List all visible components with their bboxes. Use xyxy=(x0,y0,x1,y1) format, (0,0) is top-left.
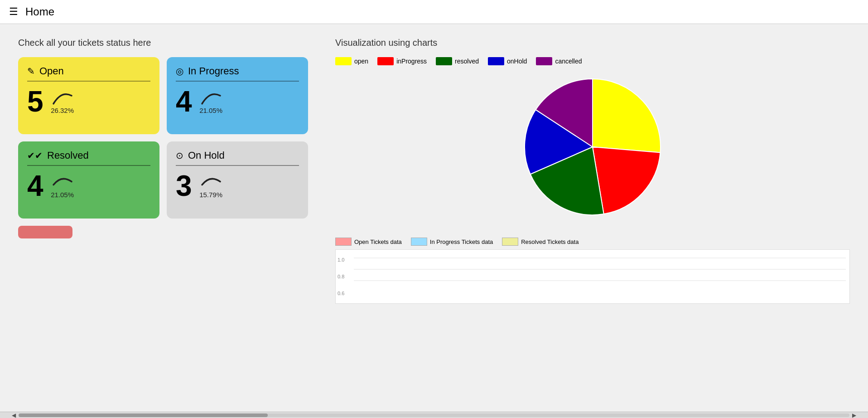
card-icon-resolved: ✔✔ xyxy=(27,150,43,161)
bar-legend-color xyxy=(335,238,352,246)
bar-legend-label: Resolved Tickets data xyxy=(521,238,579,245)
bar-legend-color xyxy=(502,238,518,246)
card-label-resolved: Resolved xyxy=(47,150,89,161)
cards-grid: ✎ Open 5 26.32% ◎ In Progress 4 xyxy=(18,57,308,219)
right-section-title: Visualization using charts xyxy=(335,38,850,48)
card-arc-resolved xyxy=(49,173,76,191)
legend-label-onHold: onHold xyxy=(507,58,527,65)
pie-legend-item-cancelled: cancelled xyxy=(536,57,582,65)
card-body-resolved: 4 21.05% xyxy=(27,171,150,200)
card-icon-inprogress: ◎ xyxy=(176,66,183,77)
pie-chart xyxy=(516,70,670,224)
legend-color-cancelled xyxy=(536,57,552,65)
pie-legend-item-resolved: resolved xyxy=(436,57,479,65)
legend-color-open xyxy=(335,57,352,65)
pink-button[interactable] xyxy=(18,226,72,238)
bar-legend-color xyxy=(411,238,427,246)
left-panel: Check all your tickets status here ✎ Ope… xyxy=(18,38,308,304)
card-divider-inprogress xyxy=(176,81,299,82)
card-percent-resolved: 21.05% xyxy=(51,191,74,199)
card-percent-onhold: 15.79% xyxy=(199,191,222,199)
card-percent-inprogress: 21.05% xyxy=(199,107,222,114)
card-percent-open: 26.32% xyxy=(51,107,74,114)
bar-legend-label: In Progress Tickets data xyxy=(430,238,493,245)
card-count-inprogress: 4 xyxy=(176,87,192,116)
card-header-inprogress: ◎ In Progress xyxy=(176,65,299,77)
card-label-open: Open xyxy=(39,65,64,77)
pie-legend-item-inProgress: inProgress xyxy=(377,57,427,65)
card-resolved[interactable]: ✔✔ Resolved 4 21.05% xyxy=(18,141,159,219)
legend-color-onHold xyxy=(488,57,504,65)
legend-color-resolved xyxy=(436,57,452,65)
card-header-onhold: ⊙ On Hold xyxy=(176,150,299,161)
pie-slice-open xyxy=(593,79,661,152)
bar-legend: Open Tickets data In Progress Tickets da… xyxy=(335,238,850,246)
bar-chart-area: 1.00.80.6 xyxy=(335,249,850,304)
left-section-title: Check all your tickets status here xyxy=(18,38,308,48)
legend-color-inProgress xyxy=(377,57,394,65)
top-bar: ☰ Home xyxy=(0,0,868,24)
y-axis-labels: 1.00.80.6 xyxy=(336,250,346,303)
pink-button-wrap xyxy=(18,226,308,238)
right-panel: Visualization using charts open inProgre… xyxy=(335,38,850,304)
card-percent-wrap-open: 26.32% xyxy=(49,88,76,114)
hamburger-icon[interactable]: ☰ xyxy=(9,6,18,18)
pie-slice-inProgress xyxy=(593,147,660,214)
card-arc-open xyxy=(49,88,76,107)
card-label-onhold: On Hold xyxy=(188,150,225,161)
bar-legend-item-In-Progress-Tickets-data: In Progress Tickets data xyxy=(411,238,493,246)
bar-legend-item-Resolved-Tickets-data: Resolved Tickets data xyxy=(502,238,579,246)
card-percent-wrap-resolved: 21.05% xyxy=(49,173,76,199)
legend-label-resolved: resolved xyxy=(455,58,479,65)
bar-chart-svg xyxy=(354,253,846,290)
card-inprogress[interactable]: ◎ In Progress 4 21.05% xyxy=(167,57,308,134)
legend-label-open: open xyxy=(354,58,368,65)
card-count-resolved: 4 xyxy=(27,171,43,200)
pie-legend-item-open: open xyxy=(335,57,368,65)
card-icon-onhold: ⊙ xyxy=(176,150,183,161)
card-divider-onhold xyxy=(176,165,299,166)
pie-legend: open inProgress resolved onHold cancelle… xyxy=(335,57,850,65)
y-label: 0.8 xyxy=(338,274,344,279)
card-count-onhold: 3 xyxy=(176,171,192,200)
card-open[interactable]: ✎ Open 5 26.32% xyxy=(18,57,159,134)
card-label-inprogress: In Progress xyxy=(188,65,239,77)
card-icon-open: ✎ xyxy=(27,66,35,77)
card-header-resolved: ✔✔ Resolved xyxy=(27,150,150,161)
card-percent-wrap-inprogress: 21.05% xyxy=(198,88,225,114)
card-arc-onhold xyxy=(198,173,225,191)
bar-legend-item-Open-Tickets-data: Open Tickets data xyxy=(335,238,402,246)
card-percent-wrap-onhold: 15.79% xyxy=(198,173,225,199)
card-header-open: ✎ Open xyxy=(27,65,150,77)
card-body-onhold: 3 15.79% xyxy=(176,171,299,200)
card-divider-open xyxy=(27,81,150,82)
card-count-open: 5 xyxy=(27,87,43,116)
pie-legend-item-onHold: onHold xyxy=(488,57,527,65)
main-content: Check all your tickets status here ✎ Ope… xyxy=(0,24,868,317)
legend-label-inProgress: inProgress xyxy=(396,58,427,65)
pie-chart-container xyxy=(335,70,850,224)
bar-legend-label: Open Tickets data xyxy=(354,238,402,245)
card-body-inprogress: 4 21.05% xyxy=(176,87,299,116)
y-label: 0.6 xyxy=(338,291,344,296)
page-title: Home xyxy=(25,5,54,18)
legend-label-cancelled: cancelled xyxy=(555,58,582,65)
y-label: 1.0 xyxy=(338,257,344,262)
card-body-open: 5 26.32% xyxy=(27,87,150,116)
card-onhold[interactable]: ⊙ On Hold 3 15.79% xyxy=(167,141,308,219)
card-divider-resolved xyxy=(27,165,150,166)
card-arc-inprogress xyxy=(198,88,225,107)
